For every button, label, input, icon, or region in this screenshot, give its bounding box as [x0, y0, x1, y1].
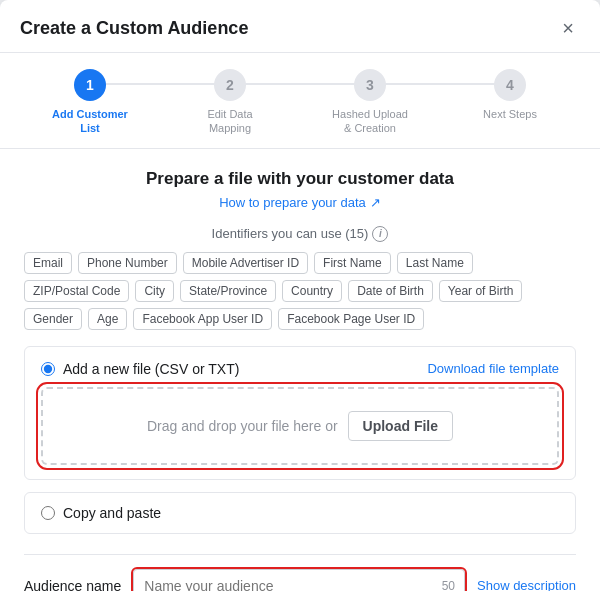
add-file-radio[interactable]: [41, 362, 55, 376]
tag-fb-page-user-id: Facebook Page User ID: [278, 308, 424, 330]
copy-paste-label: Copy and paste: [63, 505, 161, 521]
step-4-circle: 4: [494, 69, 526, 101]
step-2-label: Edit Data Mapping: [190, 107, 270, 136]
section-title: Prepare a file with your customer data: [24, 169, 576, 189]
help-link[interactable]: How to prepare your data ↗: [24, 195, 576, 210]
audience-name-row: Audience name 50 Show description: [24, 554, 576, 591]
tag-first-name: First Name: [314, 252, 391, 274]
tag-last-name: Last Name: [397, 252, 473, 274]
step-1: 1 Add Customer List: [20, 69, 160, 136]
tag-zip: ZIP/Postal Code: [24, 280, 129, 302]
tag-state: State/Province: [180, 280, 276, 302]
tag-country: Country: [282, 280, 342, 302]
upload-file-button[interactable]: Upload File: [348, 411, 453, 441]
step-3-label: Hashed Upload & Creation: [330, 107, 410, 136]
close-button[interactable]: ×: [556, 16, 580, 40]
step-2: 2 Edit Data Mapping: [160, 69, 300, 136]
step-3: 3 Hashed Upload & Creation: [300, 69, 440, 136]
identifiers-text: Identifiers you can use (15): [212, 226, 369, 241]
show-description-link[interactable]: Show description: [477, 578, 576, 591]
tag-age: Age: [88, 308, 127, 330]
modal-title: Create a Custom Audience: [20, 18, 248, 39]
copy-paste-section: Copy and paste: [24, 492, 576, 534]
char-count: 50: [442, 579, 455, 591]
help-link-icon: ↗: [370, 195, 381, 210]
step-1-label: Add Customer List: [50, 107, 130, 136]
upload-section: Add a new file (CSV or TXT) Download fil…: [24, 346, 576, 480]
step-2-circle: 2: [214, 69, 246, 101]
step-3-circle: 3: [354, 69, 386, 101]
upload-header: Add a new file (CSV or TXT) Download fil…: [41, 361, 559, 377]
modal-body: Prepare a file with your customer data H…: [0, 149, 600, 591]
audience-name-input[interactable]: [133, 569, 465, 591]
audience-name-label: Audience name: [24, 578, 121, 591]
tags-container: Email Phone Number Mobile Advertiser ID …: [24, 252, 576, 330]
step-1-circle: 1: [74, 69, 106, 101]
dropzone[interactable]: Drag and drop your file here or Upload F…: [41, 387, 559, 465]
tag-mobile-advertiser: Mobile Advertiser ID: [183, 252, 308, 274]
step-4-label: Next Steps: [483, 107, 537, 121]
tag-fb-app-user-id: Facebook App User ID: [133, 308, 272, 330]
copy-paste-radio-label[interactable]: Copy and paste: [41, 505, 559, 521]
create-audience-modal: Create a Custom Audience × 1 Add Custome…: [0, 0, 600, 591]
tag-email: Email: [24, 252, 72, 274]
copy-paste-radio[interactable]: [41, 506, 55, 520]
stepper: 1 Add Customer List 2 Edit Data Mapping …: [0, 53, 600, 149]
tag-city: City: [135, 280, 174, 302]
identifiers-label: Identifiers you can use (15) i: [24, 226, 576, 242]
add-file-label: Add a new file (CSV or TXT): [63, 361, 239, 377]
tag-phone: Phone Number: [78, 252, 177, 274]
step-4: 4 Next Steps: [440, 69, 580, 121]
modal-header: Create a Custom Audience ×: [0, 0, 600, 53]
download-template-link[interactable]: Download file template: [427, 361, 559, 376]
tag-gender: Gender: [24, 308, 82, 330]
info-icon[interactable]: i: [372, 226, 388, 242]
add-file-radio-label[interactable]: Add a new file (CSV or TXT): [41, 361, 239, 377]
dropzone-text: Drag and drop your file here or: [147, 418, 338, 434]
audience-name-input-wrap: 50: [133, 569, 465, 591]
tag-yob: Year of Birth: [439, 280, 523, 302]
help-link-text: How to prepare your data: [219, 195, 366, 210]
tag-dob: Date of Birth: [348, 280, 433, 302]
